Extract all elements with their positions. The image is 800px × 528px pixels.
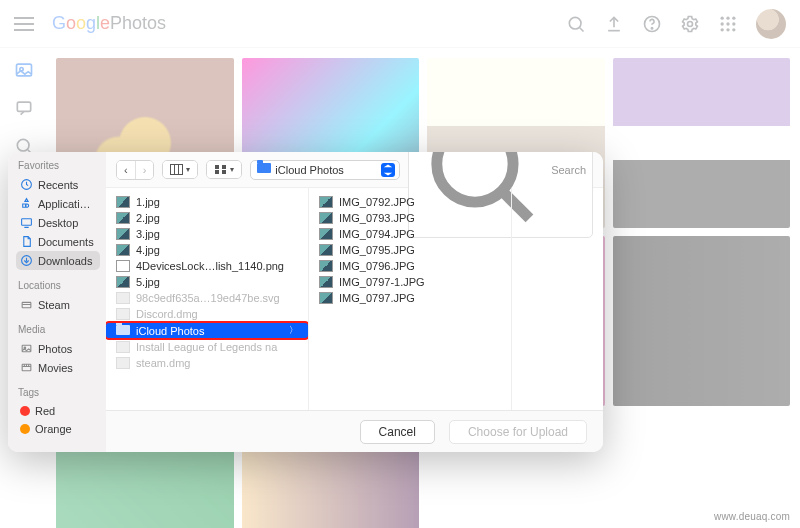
image-file-icon: [319, 292, 333, 304]
sidebar-item-downloads[interactable]: Downloads: [16, 251, 100, 270]
image-file-icon: [319, 212, 333, 224]
movies-icon: [20, 361, 33, 374]
group-segment: ▾: [206, 160, 242, 179]
cancel-button[interactable]: Cancel: [360, 420, 435, 444]
sidebar-item-steam[interactable]: Steam: [16, 295, 100, 314]
sidebar-item-label: Documents: [38, 236, 94, 248]
sidebar-heading-media: Media: [18, 324, 100, 335]
finder-column-2: IMG_0792.JPGIMG_0793.JPGIMG_0794.JPGIMG_…: [309, 188, 512, 410]
file-name: 98c9edf635a…19ed47be.svg: [136, 292, 298, 304]
file-row[interactable]: 1.jpg: [106, 194, 308, 210]
tag-dot-icon: [20, 424, 30, 434]
columns-view-button[interactable]: ▾: [163, 161, 197, 178]
back-button[interactable]: ‹: [117, 161, 135, 179]
file-icon: [116, 292, 130, 304]
file-row[interactable]: 4.jpg: [106, 242, 308, 258]
image-file-icon: [319, 260, 333, 272]
svg-rect-26: [171, 165, 183, 175]
view-mode-segment: ▾: [162, 160, 198, 179]
choose-for-upload-button[interactable]: Choose for Upload: [449, 420, 587, 444]
sidebar-item-label: Desktop: [38, 217, 78, 229]
nav-back-forward: ‹ ›: [116, 160, 154, 180]
file-row[interactable]: steam.dmg: [106, 355, 308, 371]
file-row[interactable]: 2.jpg: [106, 210, 308, 226]
file-name: iCloud Photos: [136, 325, 283, 337]
sidebar-item-label: Downloads: [38, 255, 92, 267]
image-file-icon: [116, 196, 130, 208]
search-placeholder: Search: [551, 164, 586, 176]
image-file-icon: [116, 244, 130, 256]
folder-icon: [257, 163, 270, 176]
image-file-icon: [116, 260, 130, 272]
sidebar-item-label: Movies: [38, 362, 73, 374]
file-icon: [116, 341, 130, 353]
sidebar-item-movies[interactable]: Movies: [16, 358, 100, 377]
svg-rect-31: [215, 170, 219, 174]
sidebar-item-label: Red: [35, 405, 55, 417]
finder-footer: Cancel Choose for Upload: [106, 410, 603, 452]
grid-view-button[interactable]: ▾: [207, 161, 241, 178]
file-row[interactable]: IMG_0797.JPG: [309, 290, 511, 306]
file-row[interactable]: 5.jpg: [106, 274, 308, 290]
sidebar-item-orange[interactable]: Orange: [16, 420, 100, 438]
sidebar-item-desktop[interactable]: Desktop: [16, 213, 100, 232]
sidebar-item-recents[interactable]: Recents: [16, 175, 100, 194]
folder-row[interactable]: iCloud Photos〉: [106, 322, 308, 339]
file-row[interactable]: IMG_0797-1.JPG: [309, 274, 511, 290]
finder-column-3: [512, 188, 603, 410]
file-row[interactable]: Install League of Legends na: [106, 339, 308, 355]
download-icon: [20, 254, 33, 267]
file-name: 4DevicesLock…lish_1140.png: [136, 260, 298, 272]
file-row[interactable]: IMG_0792.JPG: [309, 194, 511, 210]
file-row[interactable]: IMG_0795.JPG: [309, 242, 511, 258]
file-row[interactable]: 98c9edf635a…19ed47be.svg: [106, 290, 308, 306]
file-row[interactable]: 3.jpg: [106, 226, 308, 242]
finder-sidebar: Favorites RecentsApplicati…DesktopDocume…: [8, 152, 106, 452]
photos-icon: [20, 342, 33, 355]
finder-columns: 1.jpg2.jpg3.jpg4.jpg4DevicesLock…lish_11…: [106, 188, 603, 410]
svg-rect-20: [22, 219, 32, 226]
sidebar-item-red[interactable]: Red: [16, 402, 100, 420]
sidebar-item-applicati-[interactable]: Applicati…: [16, 194, 100, 213]
sidebar-item-documents[interactable]: Documents: [16, 232, 100, 251]
sidebar-item-label: Applicati…: [38, 198, 91, 210]
file-name: IMG_0792.JPG: [339, 196, 501, 208]
file-name: 5.jpg: [136, 276, 298, 288]
folder-icon: [116, 325, 130, 337]
file-name: Discord.dmg: [136, 308, 298, 320]
file-row[interactable]: Discord.dmg: [106, 306, 308, 322]
file-row[interactable]: IMG_0796.JPG: [309, 258, 511, 274]
file-name: IMG_0797-1.JPG: [339, 276, 501, 288]
sidebar-item-photos[interactable]: Photos: [16, 339, 100, 358]
location-dropdown-icon: [381, 163, 395, 177]
file-name: steam.dmg: [136, 357, 298, 369]
file-row[interactable]: IMG_0794.JPG: [309, 226, 511, 242]
location-popup[interactable]: iCloud Photos: [250, 160, 400, 180]
svg-rect-32: [222, 170, 226, 174]
file-row[interactable]: 4DevicesLock…lish_1140.png: [106, 258, 308, 274]
image-file-icon: [319, 196, 333, 208]
chevron-right-icon: 〉: [289, 324, 298, 337]
finder-toolbar: ‹ › ▾ ▾ iCloud Photos Search: [106, 152, 603, 188]
clock-icon: [20, 178, 33, 191]
file-name: IMG_0793.JPG: [339, 212, 501, 224]
finder-column-1: 1.jpg2.jpg3.jpg4.jpg4DevicesLock…lish_11…: [106, 188, 309, 410]
file-name: IMG_0795.JPG: [339, 244, 501, 256]
image-file-icon: [116, 212, 130, 224]
file-name: Install League of Legends na: [136, 341, 298, 353]
image-file-icon: [319, 244, 333, 256]
image-file-icon: [116, 228, 130, 240]
forward-button[interactable]: ›: [135, 161, 154, 179]
drive-icon: [20, 298, 33, 311]
file-name: IMG_0794.JPG: [339, 228, 501, 240]
svg-rect-29: [215, 165, 219, 169]
file-row[interactable]: IMG_0793.JPG: [309, 210, 511, 226]
file-icon: [116, 357, 130, 369]
file-icon: [116, 308, 130, 320]
app-icon: [20, 197, 33, 210]
file-name: 2.jpg: [136, 212, 298, 224]
sidebar-item-label: Steam: [38, 299, 70, 311]
watermark: www.deuaq.com: [714, 511, 790, 522]
chevron-down-icon: ▾: [186, 165, 190, 174]
image-file-icon: [116, 276, 130, 288]
